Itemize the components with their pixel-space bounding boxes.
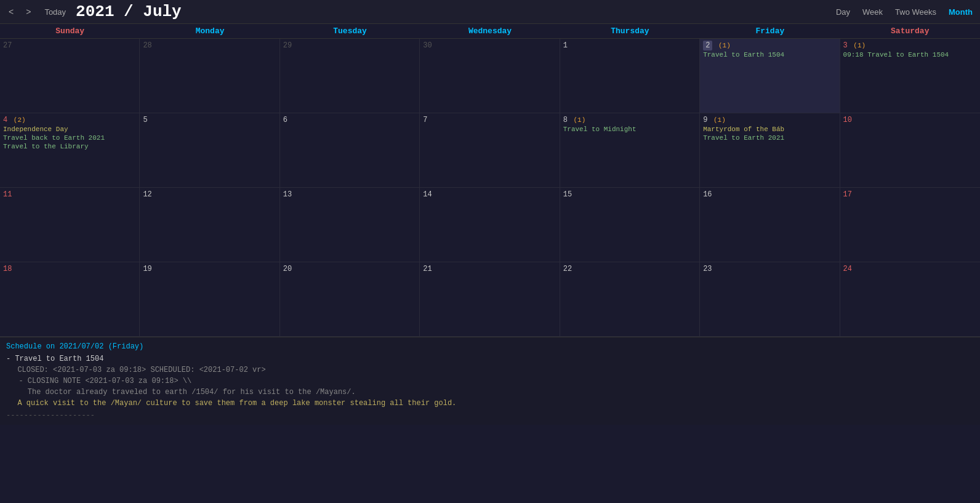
day-cell-jul24[interactable]: 24 xyxy=(840,262,980,336)
calendar-title: 2021 / July xyxy=(76,2,182,21)
day-num: 6 xyxy=(283,116,287,124)
day-num: 14 xyxy=(423,190,432,199)
event-travel-back-earth-2021[interactable]: Travel back to Earth 2021 xyxy=(3,134,136,142)
weeks-container: 27 28 29 30 1 2 (1) Travel to Earth 1504… xyxy=(0,39,980,337)
prev-button[interactable]: < xyxy=(5,6,17,18)
schedule-date-line: Schedule on 2021/07/02 (Friday) xyxy=(6,342,974,351)
day-num: 30 xyxy=(423,41,432,50)
week-row-2: 4 (2) Independence Day Travel back to Ea… xyxy=(0,113,980,188)
badi-num: (1) xyxy=(849,42,866,49)
calendar: Sunday Monday Tuesday Wednesday Thursday… xyxy=(0,24,980,337)
day-cell-jun30[interactable]: 30 xyxy=(420,39,560,113)
header-saturday: Saturday xyxy=(840,24,980,38)
today-button[interactable]: Today xyxy=(39,6,71,18)
day-num: 20 xyxy=(283,265,292,273)
day-num: 29 xyxy=(283,41,292,50)
day-num: 5 xyxy=(143,116,147,124)
day-cell-jul7[interactable]: 7 xyxy=(420,113,560,187)
day-num: 17 xyxy=(843,190,852,199)
schedule-item-title: - Travel to Earth 1504 xyxy=(6,355,974,363)
event-independence-day[interactable]: Independence Day xyxy=(3,126,136,133)
day-num: 9 xyxy=(703,116,707,124)
day-num: 13 xyxy=(283,190,292,199)
day-num: 8 xyxy=(563,116,568,124)
badi-num: (2) xyxy=(9,116,25,124)
day-cell-jul22[interactable]: 22 xyxy=(560,262,700,336)
next-button[interactable]: > xyxy=(22,6,34,18)
day-cell-jul4[interactable]: 4 (2) Independence Day Travel back to Ea… xyxy=(0,113,140,187)
title-month: July xyxy=(143,2,181,21)
calendar-header: < > Today 2021 / July Day Week Two Weeks… xyxy=(0,0,980,24)
header-friday: Friday xyxy=(700,24,840,38)
badi-num: (1) xyxy=(714,42,730,49)
day-num: 3 xyxy=(843,41,848,50)
day-num: 15 xyxy=(563,190,572,199)
day-cell-jun27[interactable]: 27 xyxy=(0,39,140,113)
day-cell-jul14[interactable]: 14 xyxy=(420,188,560,262)
day-num: 7 xyxy=(423,116,427,124)
day-cell-jul12[interactable]: 12 xyxy=(140,188,279,262)
title-separator: / xyxy=(114,2,143,21)
view-buttons: Day Week Two Weeks Month xyxy=(833,6,975,18)
day-num: 18 xyxy=(3,265,12,273)
schedule-item-note2: The doctor already traveled to earth /15… xyxy=(10,388,974,396)
day-num: 2 xyxy=(703,41,712,50)
week-row-1: 27 28 29 30 1 2 (1) Travel to Earth 1504… xyxy=(0,39,980,113)
view-twoweeks-button[interactable]: Two Weeks xyxy=(893,6,939,18)
day-cell-jul17[interactable]: 17 xyxy=(840,188,980,262)
day-cell-jul2[interactable]: 2 (1) Travel to Earth 1504 xyxy=(700,39,840,113)
day-cell-jul20[interactable]: 20 xyxy=(280,262,420,336)
day-cell-jul8[interactable]: 8 (1) Travel to Midnight xyxy=(560,113,700,187)
day-num: 19 xyxy=(143,265,151,273)
schedule-item-note: - CLOSING NOTE <2021-07-03 za 09:18> \\ xyxy=(10,377,974,385)
day-num: 22 xyxy=(563,265,572,273)
day-num: 12 xyxy=(143,190,151,199)
day-num: 1 xyxy=(563,41,568,50)
day-cell-jul15[interactable]: 15 xyxy=(560,188,700,262)
view-month-button[interactable]: Month xyxy=(946,6,975,18)
day-num: 4 xyxy=(3,116,7,124)
schedule-divider: -------------------- xyxy=(6,411,974,420)
schedule-item-meta: CLOSED: <2021-07-03 za 09:18> SCHEDULED:… xyxy=(9,366,974,374)
day-cell-jul3[interactable]: 3 (1) 09:18 Travel to Earth 1504 xyxy=(840,39,980,113)
event-travel-earth-1504-sat[interactable]: 09:18 Travel to Earth 1504 xyxy=(843,51,977,58)
day-num: 23 xyxy=(703,265,712,273)
badi-num: (1) xyxy=(709,116,725,124)
day-cell-jul6[interactable]: 6 xyxy=(280,113,420,187)
day-cell-jul1[interactable]: 1 xyxy=(560,39,700,113)
schedule-item-desc: A quick visit to the /Mayan/ culture to … xyxy=(9,399,974,408)
header-thursday: Thursday xyxy=(560,24,700,38)
week-row-3: 11 12 13 14 15 16 17 xyxy=(0,188,980,262)
header-sunday: Sunday xyxy=(0,24,140,38)
event-travel-midnight[interactable]: Travel to Midnight xyxy=(563,126,696,133)
day-cell-jul16[interactable]: 16 xyxy=(700,188,840,262)
schedule-panel: Schedule on 2021/07/02 (Friday) - Travel… xyxy=(0,337,980,425)
day-cell-jul5[interactable]: 5 xyxy=(140,113,279,187)
schedule-item-title-text: - Travel to Earth 1504 xyxy=(6,355,103,363)
event-martyrdom-bab[interactable]: Martyrdom of the Báb xyxy=(703,126,836,133)
event-travel-earth-2021[interactable]: Travel to Earth 2021 xyxy=(703,134,836,142)
event-travel-library[interactable]: Travel to the Library xyxy=(3,143,136,150)
day-cell-jul19[interactable]: 19 xyxy=(140,262,279,336)
day-cell-jul23[interactable]: 23 xyxy=(700,262,840,336)
header-tuesday: Tuesday xyxy=(280,24,420,38)
day-num: 27 xyxy=(3,41,12,50)
view-week-button[interactable]: Week xyxy=(860,6,885,18)
day-cell-jul9[interactable]: 9 (1) Martyrdom of the Báb Travel to Ear… xyxy=(700,113,840,187)
day-num: 28 xyxy=(143,41,151,50)
view-day-button[interactable]: Day xyxy=(833,6,853,18)
header-left: < > Today 2021 / July xyxy=(5,2,182,21)
week-row-4: 18 19 20 21 22 23 24 xyxy=(0,262,980,337)
day-cell-jun28[interactable]: 28 xyxy=(140,39,279,113)
header-wednesday: Wednesday xyxy=(420,24,560,38)
day-cell-jul11[interactable]: 11 xyxy=(0,188,140,262)
day-cell-jul18[interactable]: 18 xyxy=(0,262,140,336)
day-cell-jul21[interactable]: 21 xyxy=(420,262,560,336)
day-cell-jun29[interactable]: 29 xyxy=(280,39,420,113)
day-num: 10 xyxy=(843,116,852,124)
day-num: 24 xyxy=(843,265,852,273)
event-travel-earth-1504-fri[interactable]: Travel to Earth 1504 xyxy=(703,51,836,58)
day-num: 11 xyxy=(3,190,12,199)
day-cell-jul13[interactable]: 13 xyxy=(280,188,420,262)
day-cell-jul10[interactable]: 10 xyxy=(840,113,980,187)
